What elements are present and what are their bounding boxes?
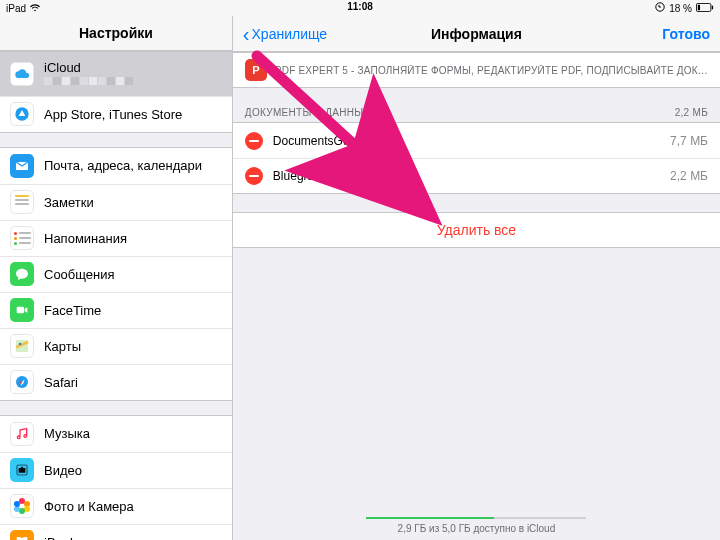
done-label: Готово <box>662 26 710 42</box>
detail-navbar: ‹ Хранилище Информация Готово <box>233 16 720 52</box>
sidebar-title: Настройки <box>79 25 153 41</box>
section-size: 2,2 МБ <box>675 107 708 118</box>
section-label: ДОКУМЕНТЫ И ДАННЫЕ <box>245 107 371 118</box>
sidebar-item-label: iCloud <box>44 60 133 75</box>
wifi-icon <box>30 3 40 14</box>
delete-minus-icon[interactable] <box>245 167 263 185</box>
sidebar-item-label: Музыка <box>44 426 90 441</box>
svg-point-6 <box>19 343 22 346</box>
sidebar-item-music[interactable]: Музыка <box>0 416 232 452</box>
delete-all-label: Удалить все <box>437 222 516 238</box>
file-row[interactable]: Bluegrass.mp3 2,2 МБ <box>233 158 720 194</box>
status-bar: iPad 11:08 18 % <box>0 0 720 16</box>
sidebar-item-label: Заметки <box>44 195 94 210</box>
pdf-expert-icon: P <box>245 59 267 81</box>
app-name: PDF EXPERT 5 - ЗАПОЛНЯЙТЕ ФОРМЫ, РЕДАКТИ… <box>275 65 708 76</box>
sidebar-item-facetime[interactable]: FaceTime <box>0 292 232 328</box>
device-label: iPad <box>6 3 26 14</box>
app-row: P PDF EXPERT 5 - ЗАПОЛНЯЙТЕ ФОРМЫ, РЕДАК… <box>233 52 720 88</box>
sidebar-item-label: Фото и Камера <box>44 499 134 514</box>
battery-icon <box>696 3 714 14</box>
file-name: Bluegrass.mp3 <box>273 169 353 183</box>
sidebar-item-mail[interactable]: Почта, адреса, календари <box>0 148 232 184</box>
sidebar-item-app-store[interactable]: App Store, iTunes Store <box>0 96 232 132</box>
file-size: 2,2 МБ <box>670 169 708 183</box>
svg-rect-2 <box>698 4 700 9</box>
messages-icon <box>10 262 34 286</box>
sidebar-item-label: Карты <box>44 339 81 354</box>
delete-minus-icon[interactable] <box>245 132 263 150</box>
notes-icon <box>10 190 34 214</box>
back-button[interactable]: ‹ Хранилище <box>243 16 327 51</box>
sidebar-item-label: FaceTime <box>44 303 101 318</box>
settings-sidebar: Настройки iCloud App <box>0 16 233 540</box>
done-button[interactable]: Готово <box>662 16 710 51</box>
sidebar-item-label: Safari <box>44 375 78 390</box>
detail-title: Информация <box>431 26 522 42</box>
sidebar-item-safari[interactable]: Safari <box>0 364 232 400</box>
file-row[interactable]: DocumentsGuide.guide 7,7 МБ <box>233 122 720 158</box>
sidebar-item-ibooks[interactable]: iBooks <box>0 524 232 540</box>
sidebar-item-label: App Store, iTunes Store <box>44 107 182 122</box>
svg-rect-3 <box>712 5 713 9</box>
mail-icon <box>10 154 34 178</box>
sidebar-item-label: Видео <box>44 463 82 478</box>
storage-footer: 2,9 ГБ из 5,0 ГБ доступно в iCloud <box>233 517 720 534</box>
maps-icon <box>10 334 34 358</box>
storage-bar <box>366 517 586 519</box>
svg-rect-5 <box>17 307 24 314</box>
chevron-left-icon: ‹ <box>243 24 250 44</box>
documents-section-header: ДОКУМЕНТЫ И ДАННЫЕ 2,2 МБ <box>233 88 720 122</box>
appstore-icon <box>10 102 34 126</box>
sidebar-navbar: Настройки <box>0 16 232 51</box>
video-icon <box>10 458 34 482</box>
sidebar-item-label: iBooks <box>44 535 83 540</box>
delete-all-button[interactable]: Удалить все <box>233 212 720 248</box>
reminders-icon <box>10 226 34 250</box>
storage-footer-text: 2,9 ГБ из 5,0 ГБ доступно в iCloud <box>233 523 720 534</box>
cloud-icon <box>10 62 34 86</box>
clock: 11:08 <box>347 1 373 12</box>
sidebar-item-notes[interactable]: Заметки <box>0 184 232 220</box>
sidebar-item-photos-camera[interactable]: Фото и Камера <box>0 488 232 524</box>
battery-pct: 18 % <box>669 3 692 14</box>
photos-icon <box>10 494 34 518</box>
detail-pane: ‹ Хранилище Информация Готово P PDF EXPE… <box>233 16 720 540</box>
sidebar-item-label: Почта, адреса, календари <box>44 158 202 173</box>
sidebar-item-messages[interactable]: Сообщения <box>0 256 232 292</box>
file-name: DocumentsGuide.guide <box>273 134 398 148</box>
file-size: 7,7 МБ <box>670 134 708 148</box>
sidebar-item-label: Напоминания <box>44 231 127 246</box>
music-icon <box>10 422 34 446</box>
sidebar-item-reminders[interactable]: Напоминания <box>0 220 232 256</box>
facetime-icon <box>10 298 34 322</box>
rotation-lock-icon <box>655 2 665 14</box>
sidebar-item-maps[interactable]: Карты <box>0 328 232 364</box>
sidebar-item-video[interactable]: Видео <box>0 452 232 488</box>
sidebar-item-icloud[interactable]: iCloud <box>0 52 232 96</box>
safari-icon <box>10 370 34 394</box>
sidebar-item-label: Сообщения <box>44 267 115 282</box>
back-label: Хранилище <box>252 26 328 42</box>
ibooks-icon <box>10 530 34 540</box>
redacted-account <box>44 77 133 87</box>
